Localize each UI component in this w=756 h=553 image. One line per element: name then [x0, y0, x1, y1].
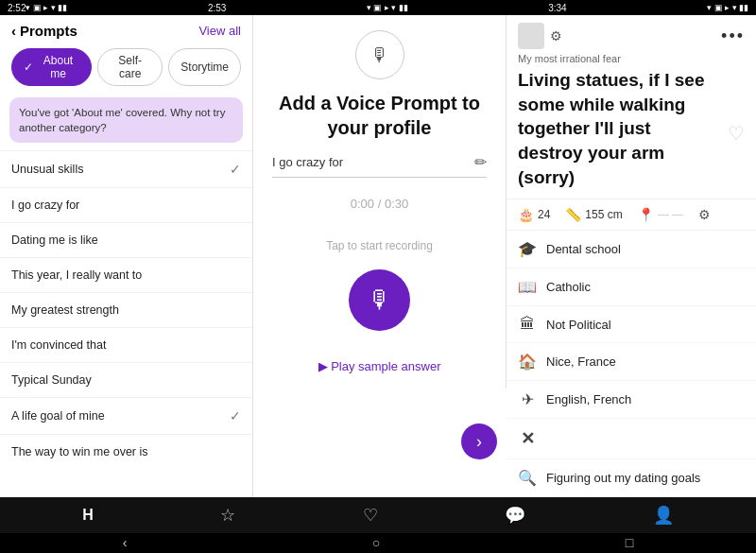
stat-height: 📏 155 cm [565, 207, 622, 222]
back-button[interactable]: ‹ Prompts [11, 23, 77, 39]
list-item: ✈ English, French [507, 381, 756, 419]
play-sample-button[interactable]: ▶ Play sample answer [318, 359, 441, 373]
list-item: 🎓 Dental school [507, 231, 756, 268]
checkmark-icon: ✓ [24, 60, 33, 74]
nav-profile[interactable]: 👤 [653, 505, 674, 526]
status-time-1: 2:52 [8, 3, 26, 13]
stat-age: 🎂 24 [518, 207, 550, 222]
list-item: 🔍 Figuring out my dating goals [507, 459, 756, 497]
home-system-button[interactable]: ○ [372, 535, 380, 550]
bottom-nav: H ☆ ♡ 💬 👤 [0, 497, 756, 532]
settings-icon: ⚙ [698, 207, 711, 222]
list-item[interactable]: A life goal of mine ✓ [0, 397, 252, 434]
more-options-icon[interactable]: ••• [721, 26, 745, 46]
prompts-panel: ‹ Prompts View all ✓ About me Self-care … [0, 15, 253, 497]
tab-about-me[interactable]: ✓ About me [11, 48, 92, 86]
list-item[interactable]: The way to win me over is [0, 434, 252, 469]
prompt-list: Unusual skills ✓ I go crazy for Dating m… [0, 150, 252, 497]
next-icon: › [476, 432, 482, 452]
tab-self-care[interactable]: Self-care [97, 48, 163, 86]
list-item[interactable]: My greatest strength [0, 292, 252, 327]
star-icon: ☆ [220, 505, 235, 526]
list-item[interactable]: Dating me is like [0, 222, 252, 257]
stats-row: 🎂 24 📏 155 cm 📍 — — ⚙ [507, 199, 756, 231]
list-item[interactable]: I'm convinced that [0, 327, 252, 362]
search-icon: 🔍 [518, 469, 537, 487]
status-icons-2: ▾ ▣ ▸ ▾ ▮▮ [367, 3, 408, 12]
record-button[interactable]: 🎙 [349, 269, 410, 331]
system-nav-bar: ‹ ○ □ [0, 533, 756, 553]
check-icon: ✓ [230, 162, 241, 177]
heart-icon[interactable]: ♡ [728, 122, 745, 145]
person-icon: 👤 [653, 505, 674, 526]
timer-display: 0:00 / 0:30 [351, 197, 408, 211]
back-system-button[interactable]: ‹ [123, 535, 128, 550]
profile-quote: Living statues, if I see some while walk… [507, 68, 722, 189]
prompt-input-text: I go crazy for [272, 155, 474, 169]
status-icons-3: ▾ ▣ ▸ ▾ ▮▮ [707, 3, 748, 12]
nav-hinge[interactable]: H [82, 507, 94, 524]
list-item: 📖 Catholic [507, 268, 756, 306]
nav-likes[interactable]: ☆ [220, 505, 235, 526]
profile-header: ⚙ ••• [507, 15, 756, 53]
location-icon: 📍 [638, 207, 654, 222]
prompts-header: ‹ Prompts View all [0, 15, 252, 44]
gear-icon[interactable]: ⚙ [550, 28, 562, 43]
politics-icon: 🏛 [518, 316, 537, 333]
cake-icon: 🎂 [518, 207, 534, 222]
back-icon: ‹ [11, 23, 16, 39]
voice-prompt-panel: 🎙 Add a Voice Prompt to your profile I g… [253, 15, 507, 497]
heart-nav-icon: ♡ [363, 505, 378, 526]
list-item[interactable]: Typical Sunday [0, 362, 252, 397]
chat-icon: 💬 [505, 505, 525, 526]
list-item[interactable]: This year, I really want to [0, 257, 252, 292]
profile-panel: ⚙ ••• My most irrational fear Living sta… [507, 15, 756, 497]
status-icons-1: ▾ ▣ ▸ ▾ ▮▮ [26, 3, 67, 12]
tap-to-record-text: Tap to start recording [326, 239, 433, 252]
list-item[interactable]: I go crazy for [0, 187, 252, 222]
list-item[interactable]: Unusual skills ✓ [0, 150, 252, 187]
nav-messages[interactable]: 💬 [505, 505, 525, 526]
height-icon: 📏 [565, 207, 581, 222]
profile-avatar-row: ⚙ [518, 23, 562, 49]
avatar [518, 23, 544, 49]
tabs-row: ✓ About me Self-care Storytime [0, 44, 252, 94]
education-icon: 🎓 [518, 240, 537, 258]
status-time-3: 3:34 [408, 3, 707, 13]
stat-location: 📍 — — [638, 207, 683, 222]
check-icon: ✓ [230, 408, 241, 423]
edit-icon[interactable]: ✏ [474, 153, 487, 171]
view-all-link[interactable]: View all [198, 24, 241, 38]
mic-icon-circle: 🎙 [355, 30, 404, 79]
status-bar: 2:52 ▾ ▣ ▸ ▾ ▮▮ 2:53 ▾ ▣ ▸ ▾ ▮▮ 3:34 ▾ ▣… [0, 0, 756, 15]
status-time-2: 2:53 [67, 3, 366, 13]
stat-extra: ⚙ [698, 207, 711, 222]
language-icon: ✈ [518, 390, 537, 408]
microphone-icon: 🎙 [370, 44, 389, 66]
prompts-title: Prompts [20, 23, 77, 39]
fear-label: My most irrational fear [507, 53, 756, 64]
recent-system-button[interactable]: □ [626, 535, 633, 550]
record-mic-icon: 🎙 [368, 285, 392, 315]
next-button[interactable]: › [461, 423, 497, 459]
religion-icon: 📖 [518, 278, 537, 296]
hinge-logo: H [82, 507, 94, 524]
list-item: 🏛 Not Political [507, 306, 756, 343]
list-item: ✕ [507, 419, 756, 459]
suggestion-box: You've got 'About me' covered. Why not t… [9, 97, 243, 143]
tab-storytime[interactable]: Storytime [168, 48, 241, 86]
nav-matches[interactable]: ♡ [363, 505, 378, 526]
prompt-input-row: I go crazy for ✏ [272, 153, 487, 178]
list-item: 🏠 Nice, France [507, 343, 756, 381]
quote-row: Living statues, if I see some while walk… [507, 68, 756, 199]
voice-prompt-title: Add a Voice Prompt to your profile [272, 91, 487, 140]
home-icon: 🏠 [518, 353, 537, 371]
profile-detail-list: 🎓 Dental school 📖 Catholic 🏛 Not Politic… [507, 231, 756, 497]
close-icon: ✕ [518, 428, 537, 449]
